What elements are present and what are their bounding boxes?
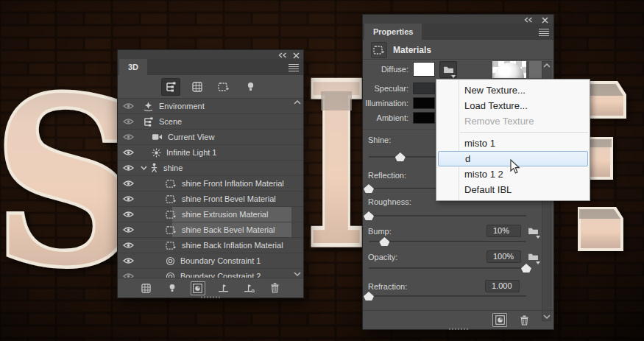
letter-i: I bbox=[308, 36, 366, 295]
mouse-cursor-icon bbox=[509, 159, 520, 177]
tab-properties[interactable]: Properties bbox=[364, 24, 422, 40]
scroll-up-icon[interactable] bbox=[543, 63, 551, 68]
ambient-swatch[interactable] bbox=[413, 112, 435, 124]
visibility-eye-icon[interactable] bbox=[118, 273, 139, 278]
3d-filter-row bbox=[118, 75, 303, 99]
material-icon bbox=[166, 194, 177, 204]
visibility-eye-icon[interactable] bbox=[118, 102, 139, 110]
filter-lights-button[interactable] bbox=[241, 78, 260, 96]
menu-item-default-ibl[interactable]: Default IBL bbox=[436, 182, 590, 197]
footer-snap-to-ground-icon[interactable] bbox=[242, 281, 257, 295]
visibility-eye-icon[interactable] bbox=[118, 257, 139, 264]
delete-icon[interactable] bbox=[517, 313, 531, 327]
refraction-slider-thumb[interactable] bbox=[364, 292, 374, 300]
roughness-slider-thumb[interactable] bbox=[364, 211, 374, 220]
bump-value-field[interactable]: 10% bbox=[486, 225, 521, 237]
3d-tabbar: 3D bbox=[118, 59, 303, 75]
footer-meshes-icon[interactable] bbox=[139, 281, 154, 295]
layer-row-extrusion-material[interactable]: shine Extrusion Material bbox=[118, 207, 303, 222]
refraction-value-field[interactable]: 1.000 bbox=[485, 280, 520, 292]
layer-row-current-view[interactable]: Current View bbox=[118, 130, 303, 145]
illumination-swatch[interactable] bbox=[413, 97, 435, 109]
visibility-eye-icon[interactable] bbox=[118, 211, 139, 218]
visibility-eye-icon[interactable] bbox=[118, 242, 139, 249]
opacity-texture-button[interactable] bbox=[526, 250, 540, 263]
specular-swatch[interactable] bbox=[413, 82, 435, 94]
refraction-slider[interactable] bbox=[369, 295, 526, 298]
visibility-eye-icon[interactable] bbox=[118, 164, 139, 172]
footer-render-icon[interactable] bbox=[191, 281, 205, 295]
layer-row-boundary-constraint-1[interactable]: Boundary Constraint 1 bbox=[118, 253, 303, 269]
mesh-icon bbox=[150, 163, 158, 173]
specular-label: Specular: bbox=[363, 84, 408, 93]
shine-slider-thumb[interactable] bbox=[395, 152, 406, 161]
3d-scene-tree: Environment Scene Current View Infinite … bbox=[118, 99, 303, 278]
visibility-eye-icon[interactable] bbox=[118, 180, 139, 187]
menu-item-remove-texture: Remove Texture bbox=[436, 113, 590, 129]
material-icon bbox=[166, 225, 177, 235]
menu-item-new-texture[interactable]: New Texture... bbox=[436, 82, 590, 98]
panel-menu-icon[interactable] bbox=[539, 27, 549, 38]
close-panel-icon[interactable] bbox=[293, 52, 300, 59]
scroll-down-icon[interactable] bbox=[294, 272, 301, 276]
layer-row-scene[interactable]: Scene bbox=[118, 114, 303, 130]
light-icon bbox=[152, 148, 161, 158]
properties-tabbar: Properties bbox=[363, 24, 553, 40]
bump-slider-thumb[interactable] bbox=[379, 237, 389, 246]
bump-label: Bump: bbox=[368, 227, 392, 236]
ambient-label: Ambient: bbox=[363, 113, 408, 122]
layer-row-infinite-light[interactable]: Infinite Light 1 bbox=[118, 145, 303, 161]
opacity-slider-thumb[interactable] bbox=[521, 264, 531, 273]
visibility-eye-icon[interactable] bbox=[118, 149, 139, 156]
menu-item-misto-1[interactable]: misto 1 bbox=[436, 136, 590, 151]
tree-scrollbar[interactable] bbox=[293, 100, 302, 276]
material-preview-ball bbox=[495, 63, 524, 78]
bump-texture-button[interactable] bbox=[526, 225, 540, 237]
material-preview[interactable] bbox=[492, 61, 526, 78]
opacity-slider[interactable] bbox=[369, 267, 526, 270]
footer-lights-icon[interactable] bbox=[165, 281, 180, 295]
close-panel-icon[interactable] bbox=[542, 17, 548, 24]
properties-header: Materials bbox=[393, 45, 431, 55]
panel-menu-icon[interactable] bbox=[289, 63, 299, 73]
collapse-to-icons-icon[interactable] bbox=[278, 52, 287, 58]
opacity-value-field[interactable]: 100% bbox=[486, 250, 521, 263]
visibility-eye-icon[interactable] bbox=[118, 118, 139, 125]
roughness-label: Roughness: bbox=[368, 197, 411, 206]
bump-slider[interactable] bbox=[369, 241, 526, 243]
delete-icon[interactable] bbox=[268, 281, 283, 295]
panel-resize-grip[interactable] bbox=[201, 296, 220, 298]
filter-whole-scene-button[interactable] bbox=[161, 78, 180, 96]
3d-panel-titlebar bbox=[118, 50, 303, 59]
disclosure-triangle-icon[interactable] bbox=[141, 166, 147, 170]
filter-meshes-button[interactable] bbox=[188, 78, 207, 96]
diffuse-texture-button[interactable] bbox=[439, 61, 457, 78]
layer-row-front-inflation-material[interactable]: shine Front Inflation Material bbox=[118, 176, 303, 191]
footer-render-icon[interactable] bbox=[492, 313, 507, 327]
visibility-eye-icon[interactable] bbox=[118, 133, 139, 141]
menu-item-load-texture[interactable]: Load Texture... bbox=[436, 98, 590, 113]
layer-row-shine-mesh[interactable]: shine bbox=[118, 161, 303, 176]
visibility-eye-icon[interactable] bbox=[118, 195, 139, 203]
tab-3d[interactable]: 3D bbox=[119, 59, 147, 75]
material-icon bbox=[166, 241, 177, 250]
collapse-to-icons-icon[interactable] bbox=[524, 17, 533, 23]
filter-materials-button[interactable] bbox=[214, 78, 233, 96]
photoshop-workspace: { "colors": { "panel_bg": "#4d4d4d", "me… bbox=[0, 0, 644, 341]
properties-titlebar bbox=[363, 15, 553, 24]
layer-row-boundary-constraint-2[interactable]: Boundary Constraint 2 bbox=[118, 269, 303, 278]
visibility-eye-icon[interactable] bbox=[118, 226, 139, 233]
roughness-slider[interactable] bbox=[369, 215, 526, 217]
reflection-slider-thumb[interactable] bbox=[364, 184, 374, 193]
texture-dropdown-menu: New Texture... Load Texture... Remove Te… bbox=[436, 79, 590, 201]
panel-resize-grip[interactable] bbox=[449, 328, 468, 330]
material-icon bbox=[166, 179, 177, 189]
layer-row-environment[interactable]: Environment bbox=[118, 99, 303, 114]
dropdown-arrow-icon bbox=[451, 75, 456, 78]
layer-row-back-bevel-material[interactable]: shine Back Bevel Material bbox=[118, 222, 303, 238]
footer-move-to-ground-icon[interactable] bbox=[216, 281, 231, 295]
layer-row-back-inflation-material[interactable]: shine Back Inflation Material bbox=[118, 238, 303, 253]
layer-row-front-bevel-material[interactable]: shine Front Bevel Material bbox=[118, 191, 303, 207]
diffuse-swatch[interactable] bbox=[413, 62, 435, 77]
scroll-up-icon[interactable] bbox=[294, 100, 301, 105]
